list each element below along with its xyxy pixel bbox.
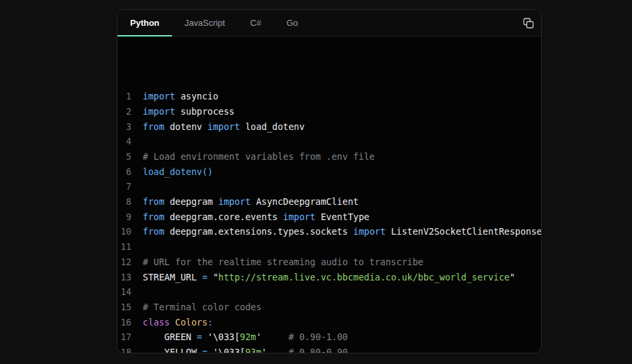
tab-label: Go xyxy=(286,18,297,28)
code-token: " xyxy=(208,272,218,282)
code-token: asyncio xyxy=(175,91,218,101)
code-token: # 0.80-0.90 xyxy=(288,347,347,353)
line-number: 9 xyxy=(118,210,131,225)
code-line: 2import subprocess xyxy=(118,104,541,119)
line-number: 2 xyxy=(118,104,131,119)
line-number: 13 xyxy=(118,270,131,285)
page-background: { "page": { "background": "#0f0f10" }, "… xyxy=(0,0,632,364)
line-number: 8 xyxy=(118,194,131,210)
code-token: http://stream.live.vc.bbcmedia.co.uk/bbc… xyxy=(218,272,510,282)
tab-label: Python xyxy=(130,18,159,28)
code-token: deepgram.extensions.types.sockets xyxy=(165,226,353,237)
code-line-content xyxy=(131,284,143,300)
code-token: AsyncDeepgramClient xyxy=(251,196,359,207)
code-token: subprocess xyxy=(175,106,234,117)
tab-python[interactable]: Python xyxy=(118,10,172,36)
code-token: class xyxy=(143,317,170,328)
code-line-content: from deepgram.extensions.types.sockets i… xyxy=(131,224,541,239)
code-line: 14 xyxy=(118,284,541,300)
line-number: 11 xyxy=(118,239,131,255)
code-line-content: load_dotenv() xyxy=(131,164,213,180)
code-token: from xyxy=(143,212,165,222)
code-token: YELLOW xyxy=(143,347,202,353)
code-token: # URL for the realtime streaming audio t… xyxy=(143,257,424,267)
code-line: 10from deepgram.extensions.types.sockets… xyxy=(118,224,541,239)
line-number: 15 xyxy=(118,300,131,315)
line-number: 18 xyxy=(118,345,131,353)
code-token: 93m xyxy=(245,347,261,353)
code-token: ListenV2SocketClientResponse xyxy=(386,226,541,237)
code-token: import xyxy=(218,196,251,207)
copy-button[interactable] xyxy=(522,17,534,29)
code-snippet-card: PythonJavaScriptC#Go 1import asyncio2imp… xyxy=(117,9,542,353)
code-editor[interactable]: 1import asyncio2import subprocess3from d… xyxy=(118,36,541,353)
code-token: import xyxy=(283,212,315,222)
code-line-content: import asyncio xyxy=(131,89,218,104)
code-token: import xyxy=(143,106,175,117)
code-line: 11 xyxy=(118,239,541,255)
code-token: EventType xyxy=(315,212,369,222)
code-token: dotenv xyxy=(165,121,208,132)
line-number: 4 xyxy=(118,134,131,149)
code-token: # Load environment variables from .env f… xyxy=(143,151,375,162)
code-token: ' xyxy=(256,332,289,342)
code-token: deepgram.core.events xyxy=(165,212,283,222)
code-token: = xyxy=(202,272,207,282)
tab-javascript[interactable]: JavaScript xyxy=(172,10,238,36)
code-token: from xyxy=(143,121,165,132)
code-token: Colors xyxy=(175,317,208,328)
code-token: GREEN xyxy=(143,332,197,342)
line-number: 10 xyxy=(118,224,131,239)
code-token: from xyxy=(143,226,165,237)
code-token xyxy=(170,317,175,328)
code-token: # 0.90-1.00 xyxy=(289,332,348,342)
line-number: 7 xyxy=(118,179,131,194)
code-line-content: GREEN = '\033[92m' # 0.90-1.00 xyxy=(131,330,348,345)
line-number: 1 xyxy=(118,89,131,104)
tab-label: JavaScript xyxy=(185,18,225,28)
code-token: import xyxy=(143,91,175,101)
code-line: 13STREAM_URL = "http://stream.live.vc.bb… xyxy=(118,270,541,285)
code-line: 4 xyxy=(118,134,541,149)
language-tab-bar: PythonJavaScriptC#Go xyxy=(118,10,541,36)
code-token: 92m xyxy=(240,332,256,342)
code-line: 15# Terminal color codes xyxy=(118,300,541,315)
code-line-content: # Terminal color codes xyxy=(131,300,262,315)
code-token: load_dotenv() xyxy=(143,166,213,177)
line-number: 16 xyxy=(118,315,131,330)
code-line: 7 xyxy=(118,179,541,194)
tab-go[interactable]: Go xyxy=(274,10,310,36)
code-token: import xyxy=(208,121,240,132)
tab-c[interactable]: C# xyxy=(238,10,274,36)
line-number: 14 xyxy=(118,284,131,300)
code-line-content: # Load environment variables from .env f… xyxy=(131,149,375,164)
code-line: 8from deepgram import AsyncDeepgramClien… xyxy=(118,194,541,210)
code-line-content: STREAM_URL = "http://stream.live.vc.bbcm… xyxy=(131,270,515,285)
code-line-content: # URL for the realtime streaming audio t… xyxy=(131,255,424,270)
code-line: 12# URL for the realtime streaming audio… xyxy=(118,255,541,270)
copy-icon xyxy=(522,17,534,29)
line-number: 6 xyxy=(118,164,131,180)
code-token: : xyxy=(208,317,213,328)
code-line-content xyxy=(131,239,143,255)
code-line-content: from deepgram import AsyncDeepgramClient xyxy=(131,194,358,210)
code-line: 6load_dotenv() xyxy=(118,164,541,180)
code-line-content: from dotenv import load_dotenv xyxy=(131,119,305,135)
code-token: # Terminal color codes xyxy=(143,302,262,312)
code-line: 5# Load environment variables from .env … xyxy=(118,149,541,164)
code-line-content: import subprocess xyxy=(131,104,234,119)
code-line: 3from dotenv import load_dotenv xyxy=(118,119,541,135)
code-line-content xyxy=(131,134,143,149)
code-token: = xyxy=(202,347,207,353)
code-token: '\033[ xyxy=(202,332,240,342)
code-token: " xyxy=(510,272,515,282)
code-token: ' xyxy=(262,347,289,353)
line-number: 12 xyxy=(118,255,131,270)
code-token: from xyxy=(143,196,165,207)
code-line-content: class Colors: xyxy=(131,315,213,330)
line-number: 3 xyxy=(118,119,131,135)
tab-label: C# xyxy=(250,18,262,28)
code-token: load_dotenv xyxy=(240,121,305,132)
line-number: 17 xyxy=(118,330,131,345)
code-line: 1import asyncio xyxy=(118,89,541,104)
